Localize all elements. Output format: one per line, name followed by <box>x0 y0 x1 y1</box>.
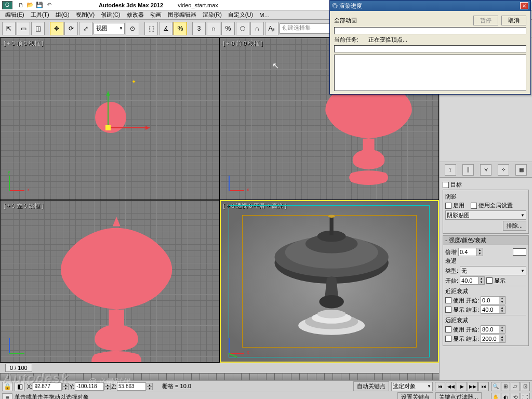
pivot-icon[interactable]: ⊙ <box>126 22 139 35</box>
file-name: video_start.max <box>178 2 218 8</box>
orbit-icon[interactable]: ⟲ <box>511 393 520 400</box>
watermark: Autodesk <box>3 370 69 387</box>
use-global-checkbox[interactable] <box>471 203 477 209</box>
decay-type-combo[interactable]: 无 <box>460 266 526 275</box>
select-region-icon[interactable]: ◫ <box>31 22 45 35</box>
log-box <box>334 55 526 91</box>
selection-set-input[interactable]: 创建选择集 <box>280 23 337 34</box>
svg-point-0 <box>95 102 126 133</box>
menu-custom[interactable]: 自定义(U) <box>226 10 255 19</box>
keyfilter-button[interactable]: 关键点过滤器... <box>435 392 482 399</box>
far-show-checkbox[interactable] <box>445 336 451 342</box>
far-use-checkbox[interactable] <box>445 326 451 332</box>
move-icon[interactable]: ✥ <box>50 22 63 35</box>
target-checkbox[interactable] <box>443 182 449 188</box>
menu-tools[interactable]: 工具(T) <box>29 10 51 19</box>
decay-start-spinner[interactable]: ▲▼ <box>460 276 485 285</box>
refcoord-combo[interactable]: 视图 <box>94 23 125 34</box>
far-start-spinner[interactable]: ▲▼ <box>481 325 506 334</box>
zoom-icon[interactable]: 🔍 <box>491 382 500 391</box>
render-progress-dialog: ◎ 渲染进度 ✕ 全部动画 暂停 取消 当前任务: 正在变换顶点... <box>329 0 531 95</box>
pause-button[interactable]: 暂停 <box>473 16 498 25</box>
zoom-all-icon[interactable]: ⊞ <box>501 382 510 391</box>
zoom-ext-icon[interactable]: ⊡ <box>521 382 530 391</box>
rotate-icon[interactable]: ⟳ <box>64 22 78 35</box>
svg-marker-2 <box>145 126 150 130</box>
pan-icon[interactable]: ✋ <box>491 393 500 400</box>
percent-snap-icon[interactable]: % <box>174 22 187 35</box>
viewport-perspective[interactable]: [ + 0 透视 0 平滑 + 高光 ] <box>220 200 440 363</box>
cancel-button[interactable]: 取消 <box>501 16 526 25</box>
dialog-title: 渲染进度 <box>339 3 362 9</box>
app-title: Autodesk 3ds Max 2012 <box>99 2 163 8</box>
axis-gizmo-icon <box>4 333 30 359</box>
snap-icon[interactable]: ⬚ <box>144 22 158 35</box>
decay-show-checkbox[interactable] <box>486 277 493 284</box>
snap-p-icon[interactable]: % <box>221 22 235 35</box>
axis-gizmo-icon <box>4 170 30 196</box>
select-icon[interactable]: ▭ <box>17 22 30 35</box>
play-icon[interactable]: ▶ <box>457 382 467 391</box>
dialog-icon: ◎ <box>332 3 339 9</box>
menu-maxscript[interactable]: M… <box>257 11 272 19</box>
near-show-checkbox[interactable] <box>445 307 451 313</box>
prev-frame-icon[interactable]: ◀◀ <box>446 382 456 391</box>
new-icon[interactable]: 🗋 <box>17 1 25 9</box>
script-icon[interactable]: ≡ <box>2 393 12 400</box>
undo-icon[interactable]: ↶ <box>45 1 53 9</box>
menu-graph[interactable]: 图形编辑器 <box>166 10 198 19</box>
snap-s-icon[interactable]: ⬡ <box>236 22 249 35</box>
named-selset-icon[interactable]: Aᵦ <box>265 22 278 35</box>
viewport-left[interactable]: [ + 0 左 0 线框 ] <box>0 200 220 363</box>
maximize-icon[interactable]: ⛶ <box>521 393 530 400</box>
angle-snap-icon[interactable]: ∡ <box>159 22 172 35</box>
goto-end-icon[interactable]: ⏭ <box>478 382 489 391</box>
fov-icon[interactable]: ▱ <box>511 382 520 391</box>
multiplier-spinner[interactable]: ▲▼ <box>458 248 483 256</box>
save-icon[interactable]: 💾 <box>35 1 44 9</box>
keymode-combo[interactable]: 选定对象 <box>391 382 433 391</box>
exclude-button[interactable]: 排除... <box>503 221 526 231</box>
select-link-icon[interactable]: ⇱ <box>2 22 16 35</box>
menu-modifier[interactable]: 修改器 <box>125 10 146 19</box>
menu-view[interactable]: 视图(V) <box>74 10 97 19</box>
shadow-type-combo[interactable]: 阴影贴图 <box>445 210 526 220</box>
svg-point-17 <box>317 310 346 318</box>
grid-label: 栅格 = 10.0 <box>162 382 191 390</box>
pin-icon[interactable]: ⟟ <box>445 164 456 176</box>
goto-start-icon[interactable]: ⏮ <box>435 382 445 391</box>
setkey-button[interactable]: 设置关键点 <box>397 392 433 399</box>
spinner-snap-icon[interactable]: ∩ <box>250 22 264 35</box>
next-frame-icon[interactable]: ▶▶ <box>468 382 478 391</box>
light-icon[interactable]: ✧ <box>498 164 509 176</box>
menu-group[interactable]: 组(G) <box>54 10 72 19</box>
menu-create[interactable]: 创建(C) <box>99 10 122 19</box>
app-logo-icon[interactable]: G <box>2 1 12 9</box>
autokey-button[interactable]: 自动关键点 <box>353 381 389 391</box>
close-icon[interactable]: ✕ <box>520 2 528 9</box>
svg-point-12 <box>328 215 335 218</box>
pause-icon[interactable]: ‖ <box>462 164 474 176</box>
menu-render[interactable]: 渲染(R) <box>201 10 224 19</box>
menu-edit[interactable]: 编辑(E) <box>3 10 26 19</box>
viewport-top[interactable]: [ + 0 顶 0 线框 ] ✦ <box>0 37 220 200</box>
walk-icon[interactable]: ◐ <box>501 393 510 400</box>
status-bar-2: ≡ 单击或单击并拖动以选择对象 设置关键点 关键点过滤器... ✋ ◐ ⟲ ⛶ <box>0 392 532 399</box>
snap-a-icon[interactable]: ∩ <box>207 22 220 35</box>
open-icon[interactable]: 📂 <box>26 1 34 9</box>
color-swatch[interactable] <box>513 248 526 256</box>
tweak-icon[interactable]: ⋎ <box>480 164 491 176</box>
playback-controls: ⏮ ◀◀ ▶ ▶▶ ⏭ <box>435 382 489 391</box>
near-end-spinner[interactable]: ▲▼ <box>481 305 506 314</box>
menu-anim[interactable]: 动画 <box>148 10 164 19</box>
prompt-text: 单击或单击并拖动以选择对象 <box>15 393 150 399</box>
status-bar: 🔒 ◧ X:▲▼ Y:▲▼ Z:▲▼ 栅格 = 10.0 自动关键点 选定对象 … <box>0 380 532 392</box>
near-use-checkbox[interactable] <box>445 297 451 303</box>
svg-marker-4 <box>106 91 110 96</box>
scale-icon[interactable]: ⤢ <box>79 22 92 35</box>
setup-icon[interactable]: ▦ <box>515 164 527 176</box>
far-end-spinner[interactable]: ▲▼ <box>481 335 506 343</box>
shadow-enable-checkbox[interactable] <box>445 203 451 209</box>
snap3-icon[interactable]: 3 <box>192 22 206 35</box>
near-start-spinner[interactable]: ▲▼ <box>481 296 506 304</box>
